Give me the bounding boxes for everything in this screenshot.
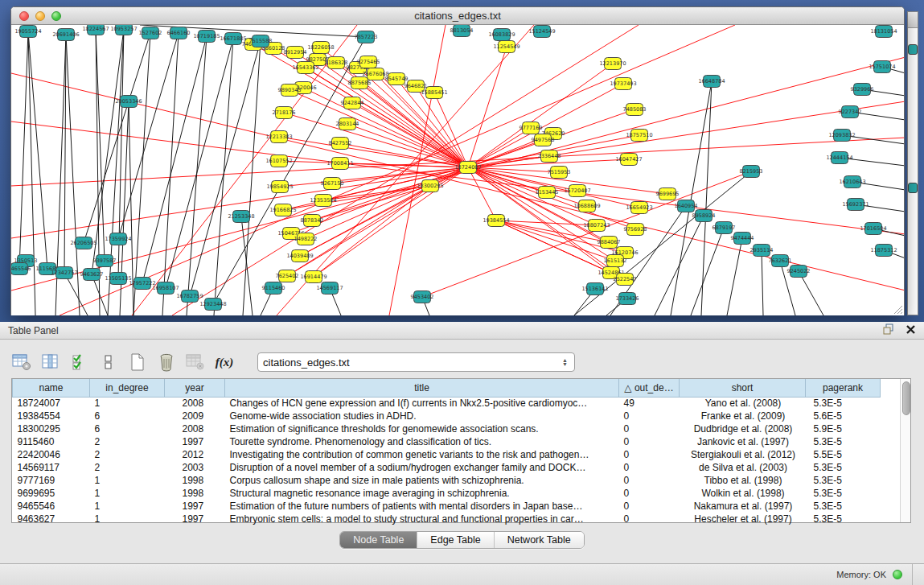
- cell-year[interactable]: 2008: [165, 397, 225, 410]
- graph-edge[interactable]: [468, 64, 613, 167]
- graph-edge[interactable]: [60, 25, 735, 315]
- cell-year[interactable]: 1997: [165, 500, 225, 513]
- cell-in_degree[interactable]: 1: [90, 474, 165, 487]
- cell-short[interactable]: Dudbridge et al. (2008): [680, 422, 806, 435]
- cell-short[interactable]: Franke et al. (2009): [680, 410, 806, 422]
- cell-name[interactable]: 19384554: [13, 410, 90, 422]
- cell-pagerank[interactable]: 5.3E-5: [806, 513, 881, 525]
- table-row[interactable]: 1456911722003Disruption of a novel membe…: [13, 461, 901, 474]
- resize-grip-icon[interactable]: [892, 303, 903, 315]
- graph-edge[interactable]: [243, 41, 261, 315]
- table-row[interactable]: 911546021997Tourette syndrome. Phenomeno…: [13, 435, 901, 448]
- cell-in_degree[interactable]: 6: [90, 422, 165, 435]
- cell-year[interactable]: 1998: [165, 474, 225, 487]
- window-titlebar[interactable]: citations_edges.txt: [11, 7, 904, 25]
- cell-short[interactable]: Nakamura et al. (1997): [680, 500, 806, 513]
- new-table-icon[interactable]: [127, 352, 148, 372]
- table-row[interactable]: 1830029562008Estimation of significance …: [13, 422, 901, 435]
- cell-year[interactable]: 1997: [165, 435, 225, 448]
- cell-in_degree[interactable]: 1: [90, 487, 165, 500]
- table-row[interactable]: 946554611997Estimation of the future num…: [13, 500, 901, 513]
- cell-pagerank[interactable]: 5.3E-5: [806, 487, 881, 500]
- tab-network-table[interactable]: Network Table: [495, 532, 584, 548]
- table-vertical-scrollbar[interactable]: [900, 379, 910, 522]
- graph-edge[interactable]: [727, 238, 742, 315]
- close-panel-icon[interactable]: [906, 323, 916, 338]
- row-height-icon[interactable]: [98, 352, 119, 372]
- cell-out_degree[interactable]: 0: [619, 410, 680, 422]
- cell-short[interactable]: Tibbo et al. (1998): [680, 474, 806, 487]
- cell-in_degree[interactable]: 1: [90, 500, 165, 513]
- cell-pagerank[interactable]: 5.9E-5: [806, 422, 881, 435]
- cell-out_degree[interactable]: 0: [619, 435, 680, 448]
- cell-year[interactable]: 2008: [165, 422, 225, 435]
- delete-table-icon[interactable]: [156, 352, 177, 372]
- graph-edge[interactable]: [701, 81, 712, 315]
- cell-title[interactable]: Estimation of significance thresholds fo…: [225, 422, 619, 435]
- cell-out_degree[interactable]: 0: [619, 448, 680, 461]
- cell-out_degree[interactable]: 0: [619, 500, 680, 513]
- graph-edge[interactable]: [468, 47, 507, 167]
- zoom-window-button[interactable]: [51, 11, 61, 21]
- cell-pagerank[interactable]: 5.3E-5: [806, 500, 881, 513]
- cell-pagerank[interactable]: 5.5E-5: [806, 448, 881, 461]
- column-header-name[interactable]: name: [13, 379, 90, 397]
- citation-graph[interactable]: 1872400774638228860128891295418226058982…: [11, 25, 904, 315]
- column-header-title[interactable]: title: [225, 379, 619, 397]
- node-table-grid[interactable]: namein_degreeyeartitle△ out_de…shortpage…: [12, 379, 900, 525]
- cell-out_degree[interactable]: 0: [619, 422, 680, 435]
- graph-edge[interactable]: [762, 250, 763, 315]
- cell-short[interactable]: Stergiakouli et al. (2012): [680, 448, 806, 461]
- graph-edge[interactable]: [671, 81, 712, 315]
- cell-pagerank[interactable]: 5.6E-5: [806, 410, 881, 422]
- cell-out_degree[interactable]: 0: [619, 474, 680, 487]
- cell-out_degree[interactable]: 49: [619, 397, 680, 410]
- table-row[interactable]: 969969511998Structural magnetic resonanc…: [13, 487, 901, 500]
- cell-short[interactable]: Yano et al. (2008): [680, 397, 806, 410]
- graph-edge[interactable]: [132, 25, 357, 315]
- cell-short[interactable]: Wolkin et al. (1998): [680, 487, 806, 500]
- cell-name[interactable]: 18724007: [13, 397, 90, 410]
- cell-year[interactable]: 1997: [165, 513, 225, 525]
- cell-year[interactable]: 1998: [165, 487, 225, 500]
- graph-edge[interactable]: [241, 216, 253, 315]
- cell-short[interactable]: Jankovic et al. (1997): [680, 435, 806, 448]
- column-header-pagerank[interactable]: pagerank: [806, 379, 881, 397]
- background-network-window[interactable]: [907, 11, 918, 315]
- cell-title[interactable]: Tourette syndrome. Phenomenology and cla…: [225, 435, 619, 448]
- cell-pagerank[interactable]: 5.3E-5: [806, 461, 881, 474]
- cell-name[interactable]: 9465546: [13, 500, 90, 513]
- close-window-button[interactable]: [19, 11, 29, 21]
- cell-short[interactable]: Hescheler et al. (1997): [680, 513, 806, 525]
- select-rows-icon[interactable]: [69, 352, 90, 372]
- cell-title[interactable]: Structural magnetic resonance image aver…: [225, 487, 619, 500]
- combobox-arrows-icon[interactable]: ▲▼: [561, 358, 569, 366]
- table-row[interactable]: 1872400712008Changes of HCN gene express…: [13, 397, 901, 410]
- cell-short[interactable]: de Silva et al. (2003): [680, 461, 806, 474]
- table-row[interactable]: 977716911998Corpus callosum shape and si…: [13, 474, 901, 487]
- cell-year[interactable]: 2012: [165, 448, 225, 461]
- cell-title[interactable]: Disruption of a novel member of a sodium…: [225, 461, 619, 474]
- float-panel-icon[interactable]: [883, 323, 896, 338]
- cell-title[interactable]: Embryonic stem cells: a model to study s…: [225, 513, 619, 525]
- cell-in_degree[interactable]: 2: [90, 461, 165, 474]
- column-header-year[interactable]: year: [165, 379, 225, 397]
- network-canvas[interactable]: 1872400774638228860128891295418226058982…: [11, 25, 904, 315]
- cell-year[interactable]: 2003: [165, 461, 225, 474]
- destroy-table-icon[interactable]: [185, 352, 206, 372]
- column-header-out_degree[interactable]: △ out_de…: [619, 379, 680, 397]
- cell-out_degree[interactable]: 0: [619, 461, 680, 474]
- graph-edge[interactable]: [19, 31, 28, 269]
- graph-edge[interactable]: [290, 90, 468, 167]
- cell-pagerank[interactable]: 5.3E-5: [806, 474, 881, 487]
- cell-in_degree[interactable]: 6: [90, 410, 165, 422]
- cell-name[interactable]: 9115460: [13, 435, 90, 448]
- graph-edge[interactable]: [133, 33, 150, 315]
- function-builder-icon[interactable]: f(x): [214, 352, 235, 372]
- cell-in_degree[interactable]: 2: [90, 435, 165, 448]
- graph-edge[interactable]: [190, 41, 261, 296]
- cell-name[interactable]: 18300295: [13, 422, 90, 435]
- cell-title[interactable]: Estimation of the future numbers of pati…: [225, 500, 619, 513]
- cell-name[interactable]: 9463627: [13, 513, 90, 525]
- tab-edge-table[interactable]: Edge Table: [417, 532, 494, 548]
